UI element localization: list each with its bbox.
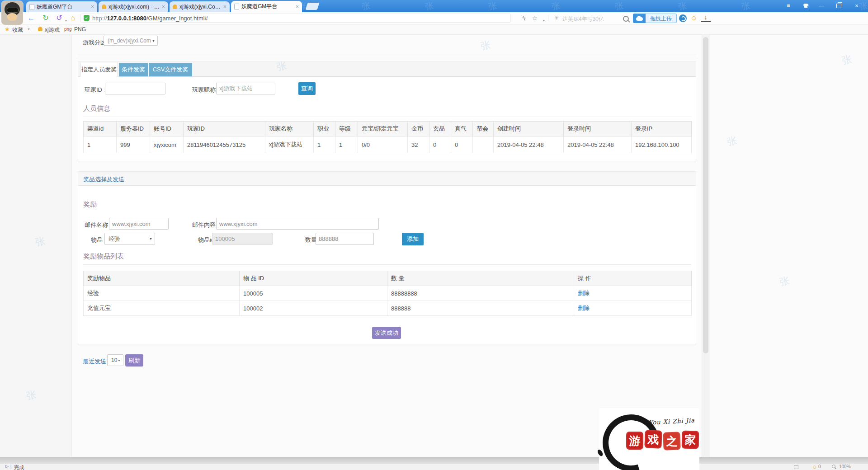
bookmark-xj-game[interactable]: xj游戏 <box>45 26 60 34</box>
reward-list-table: 奖励物品 物 品 ID 数 量 操 作 经验 100005 88888888 删… <box>83 271 692 316</box>
close-icon[interactable]: × <box>223 4 226 10</box>
address-bar[interactable]: ✓ http://127.0.0.1:8080/GM/gamer_ingot.h… <box>80 14 511 23</box>
browser-tab-2[interactable]: xj游戏(xjyxi.com) - xj游 × <box>99 1 168 12</box>
player-id-input[interactable] <box>105 83 165 94</box>
cell: 32 <box>408 136 429 153</box>
tab-title: 妖魔道GM平台 <box>241 3 293 10</box>
column-header: 真气 <box>451 122 473 136</box>
chevron-down-icon: ▼ <box>118 359 121 362</box>
drag-upload-button[interactable]: 拖拽上传 <box>646 14 677 23</box>
watermark-glyph: 张 <box>677 0 687 13</box>
divider <box>78 55 696 55</box>
member-info-title: 人员信息 <box>83 104 110 113</box>
skin-icon[interactable] <box>803 4 809 8</box>
close-window-icon[interactable]: × <box>852 2 862 9</box>
mail-name-input[interactable] <box>109 218 169 230</box>
chevron-down-icon[interactable]: ▼ <box>539 16 549 25</box>
url-scheme: http:// <box>92 15 107 22</box>
mail-content-input[interactable] <box>216 218 379 230</box>
recent-send-link[interactable]: 最近发送 <box>83 357 106 366</box>
tab-title: 妖魔道GM平台 <box>37 3 89 11</box>
delete-link[interactable]: 删除 <box>578 290 590 296</box>
bookmark-png[interactable]: PNG <box>74 26 86 33</box>
goggles-shape <box>7 8 19 13</box>
menu-icon[interactable]: ≡ <box>783 2 793 9</box>
refresh-icon[interactable]: ↻ <box>41 14 51 23</box>
hot-search-text[interactable]: 达芙妮4年亏30亿 <box>562 15 604 23</box>
horizontal-scrollbar[interactable] <box>0 457 868 464</box>
quantity-input[interactable] <box>316 233 374 245</box>
refresh-button[interactable]: 刷新 <box>125 354 143 367</box>
member-info-table: 渠道id 服务器ID 账号ID 玩家ID 玩家名称 职业 等级 元宝/绑定元宝 … <box>83 121 692 153</box>
download-icon[interactable]: ↓ <box>701 14 711 22</box>
smiley-icon[interactable]: ☺ <box>689 14 699 23</box>
browser-toolbar: ← ↻ ↺ ▼ ⌂ ✓ http://127.0.0.1:8080/GM/gam… <box>0 12 868 24</box>
column-header: 创建时间 <box>494 122 564 136</box>
cell: 999 <box>117 136 150 153</box>
item-id-input[interactable] <box>212 233 273 245</box>
restore-icon[interactable] <box>836 4 841 8</box>
recent-count-select[interactable]: 10 ▼ <box>107 354 123 366</box>
column-header: 操 作 <box>574 271 692 286</box>
delete-link[interactable]: 删除 <box>578 305 590 311</box>
zoom-icon[interactable] <box>832 465 835 468</box>
back-icon[interactable]: ← <box>26 14 36 23</box>
zone-select[interactable]: (m_dev)xjyxi.Com ▼ <box>104 36 158 46</box>
tab-title: xj游戏(xjyxi.com) - xj游 <box>108 3 160 11</box>
close-icon[interactable]: × <box>296 4 299 10</box>
cell: 888888 <box>387 301 574 316</box>
favorites-button[interactable]: 收藏 <box>12 26 23 34</box>
table-row: 充值元宝 100002 888888 删除 <box>84 301 692 316</box>
new-tab-button[interactable] <box>305 3 319 10</box>
browser-tab-3[interactable]: xj游戏(xjyxi.Com)-网游 × <box>170 1 230 12</box>
table-header-row: 奖励物品 物 品 ID 数 量 操 作 <box>84 271 692 286</box>
item-select[interactable]: 经验 ▼ <box>104 233 155 245</box>
favorite-star-icon[interactable]: ☆ <box>530 14 540 23</box>
close-icon[interactable]: × <box>91 4 94 10</box>
bookmarks-bar: ★ 收藏 ▼ xj游戏 png PNG <box>0 24 868 35</box>
chevron-down-icon: ▼ <box>152 39 155 42</box>
watermark-glyph: 张 <box>614 0 624 13</box>
scrollbar-thumb[interactable] <box>703 37 708 353</box>
cell: 100005 <box>240 286 387 301</box>
flash-icon[interactable]: ϟ <box>519 14 529 23</box>
recent-count-value: 10 <box>111 357 117 363</box>
browser-tab-4-active[interactable]: 妖魔道GM平台 × <box>231 1 302 12</box>
reward-panel: 奖品选择及发送 奖励 邮件名称： 邮件内容： 物品： 经验 ▼ 物品id： 数量… <box>78 171 696 344</box>
reward-select-send-link[interactable]: 奖品选择及发送 <box>83 175 124 183</box>
query-button[interactable]: 查询 <box>298 82 316 95</box>
browser-tab-1[interactable]: 妖魔道GM平台 × <box>26 1 97 12</box>
smiley-icon[interactable]: ☺ <box>812 464 817 470</box>
column-header: 帮会 <box>473 122 494 136</box>
cell: 0 <box>451 136 473 153</box>
chevron-down-icon[interactable]: ▼ <box>27 28 30 31</box>
close-icon[interactable]: × <box>162 4 165 10</box>
logo-script-text: You Xi Zhi Jia <box>646 417 698 426</box>
avatar[interactable] <box>1 1 23 25</box>
screenshot-icon[interactable] <box>679 14 687 22</box>
zoom-level[interactable]: 100% <box>839 464 851 469</box>
home-icon[interactable]: ⌂ <box>68 14 78 23</box>
cell: 经验 <box>84 286 240 301</box>
cloud-disk-icon[interactable] <box>633 14 646 23</box>
watermark-glyph: 张 <box>424 0 434 13</box>
cell: 2019-04-05 22:48 <box>494 136 564 153</box>
table-row: 1 999 xjyxicom 281194601245573125 xj游戏下载… <box>84 136 692 153</box>
divider <box>548 15 548 21</box>
reward-list-title: 奖励物品列表 <box>83 252 124 261</box>
zone-select-value: (m_dev)xjyxi.Com <box>108 38 151 44</box>
search-icon[interactable] <box>623 16 629 22</box>
status-done-text: 完成 <box>14 464 24 470</box>
play-icon: ▷ <box>5 464 9 469</box>
send-success-button[interactable]: 发送成功 <box>372 327 401 339</box>
add-button[interactable]: 添加 <box>402 233 424 245</box>
column-header: 登录IP <box>632 122 692 136</box>
watermark-glyph: 张 <box>778 274 791 289</box>
tab-assign-player-reward[interactable]: 指定人员发奖 <box>80 62 118 77</box>
page-icon <box>234 4 239 9</box>
minimize-icon[interactable]: — <box>816 2 826 9</box>
column-header: 金币 <box>408 122 429 136</box>
nickname-input[interactable] <box>216 83 275 94</box>
sidebar-toggle-icon[interactable] <box>794 465 798 469</box>
pipe-icon: | <box>10 464 11 469</box>
